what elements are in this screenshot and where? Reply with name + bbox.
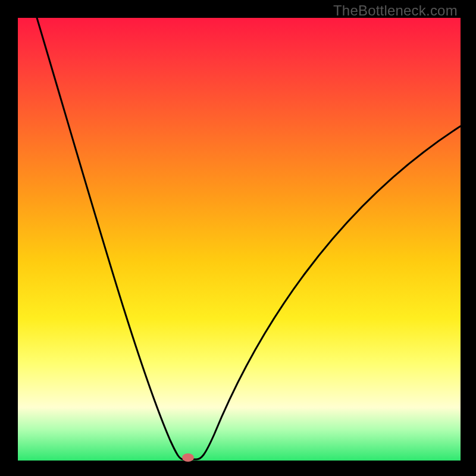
optimum-marker	[182, 453, 194, 462]
curve-path	[37, 18, 461, 459]
watermark-text: TheBottleneck.com	[333, 2, 458, 19]
outer-frame: TheBottleneck.com	[0, 0, 476, 476]
bottleneck-curve	[0, 0, 476, 476]
